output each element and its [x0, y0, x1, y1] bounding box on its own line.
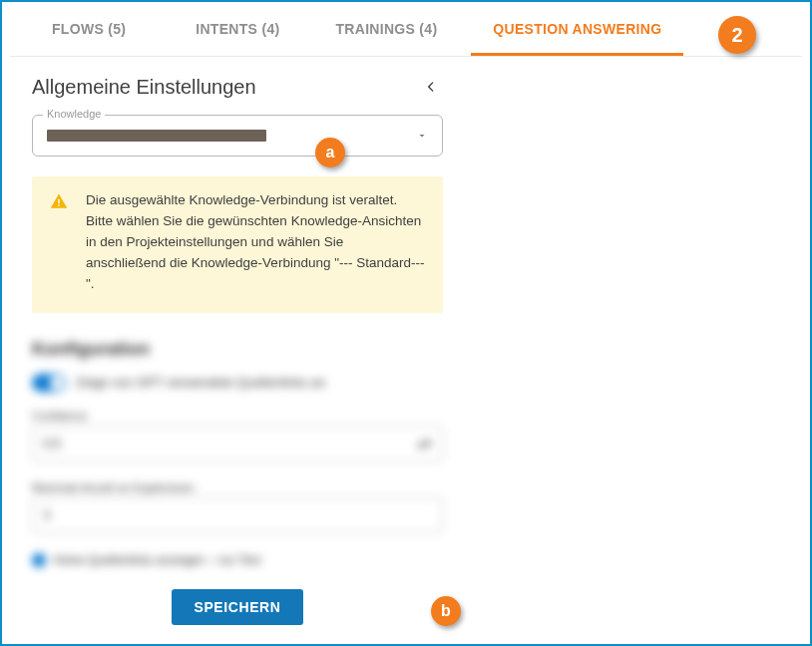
tab-trainings[interactable]: TRAININGS (4) — [307, 2, 465, 56]
confidence-value: 0,5 — [43, 436, 61, 451]
maxresults-value: 3 — [43, 507, 50, 522]
collapse-icon[interactable] — [419, 75, 443, 99]
tab-bar: FLOWS (5) INTENTS (4) TRAININGS (4) QUES… — [2, 2, 810, 56]
actions-row: SPEICHERN — [32, 589, 443, 625]
section-title: Allgemeine Einstellungen — [32, 76, 256, 99]
sources-switch-label: Zeige von GPT verwendete Quellenlinks an — [76, 375, 326, 390]
annotation-b: b — [431, 596, 461, 626]
configuration-section-blurred: Konfiguration Zeige von GPT verwendete Q… — [32, 339, 443, 567]
knowledge-label: Knowledge — [43, 108, 105, 120]
tab-intents[interactable]: INTENTS (4) — [168, 2, 307, 56]
knowledge-value-redacted — [47, 130, 266, 142]
tab-flows[interactable]: FLOWS (5) — [10, 2, 168, 56]
confidence-label: Confidence — [32, 410, 443, 422]
radio-icon — [32, 553, 46, 567]
svg-rect-0 — [58, 199, 60, 204]
config-title: Konfiguration — [32, 339, 443, 360]
radio-label: Keine Quellenlinks anzeigen – nur Text — [54, 553, 260, 567]
svg-rect-1 — [58, 204, 60, 206]
warning-icon — [50, 192, 68, 217]
annotation-step-2: 2 — [718, 16, 756, 54]
sources-switch — [32, 374, 66, 392]
maxresults-label: Maximale Anzahl an Ergebnissen — [32, 482, 443, 493]
knowledge-warning: Die ausgewählte Knowledge-Verbindung ist… — [32, 176, 443, 313]
app-frame: FLOWS (5) INTENTS (4) TRAININGS (4) QUES… — [0, 0, 812, 646]
knowledge-select[interactable]: Knowledge — [32, 115, 443, 157]
tab-question-answering[interactable]: QUESTION ANSWERING — [465, 2, 689, 56]
warning-text: Die ausgewählte Knowledge-Verbindung ist… — [86, 192, 424, 291]
annotation-a: a — [315, 138, 345, 167]
save-button[interactable]: SPEICHERN — [172, 589, 302, 625]
maxresults-field: 3 — [32, 497, 443, 533]
confidence-field: 0,5 ▴▾ — [32, 426, 443, 462]
chevron-down-icon — [416, 130, 428, 142]
settings-panel: Allgemeine Einstellungen Knowledge Die a… — [2, 57, 471, 645]
